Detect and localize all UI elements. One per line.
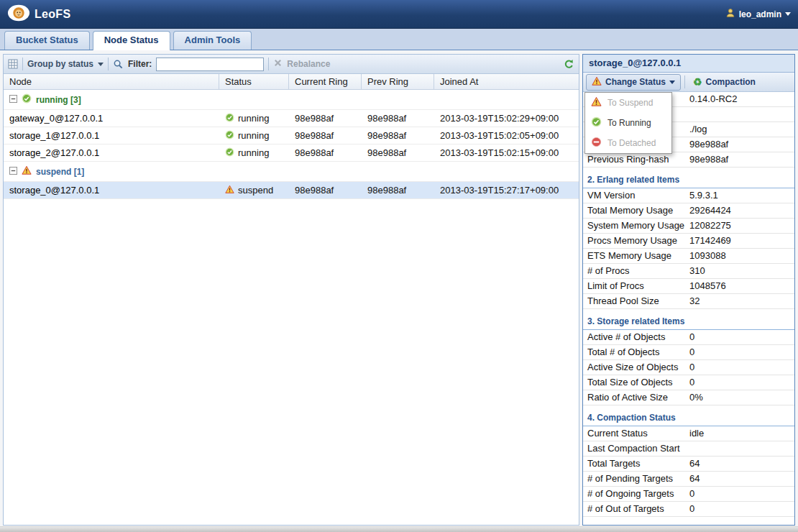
current-ring-cell: 98e988af bbox=[289, 127, 362, 144]
column-header-prev-ring[interactable]: Prev Ring bbox=[362, 74, 434, 89]
detail-value: 0 bbox=[688, 330, 794, 344]
column-header-current-ring[interactable]: Current Ring bbox=[289, 74, 362, 89]
status-cell: running bbox=[219, 110, 289, 127]
prev-ring-cell: 98e988af bbox=[362, 110, 434, 127]
detail-value: 12082275 bbox=[688, 219, 794, 233]
detail-label: Total Size of Objects bbox=[583, 375, 688, 390]
detail-label: # of Ongoing Targets bbox=[583, 487, 688, 501]
detail-section-compaction: 4. Compaction Status Current Status idle… bbox=[583, 405, 794, 517]
group-grid-icon[interactable] bbox=[8, 59, 18, 69]
user-menu[interactable]: leo_admin bbox=[725, 8, 791, 20]
detail-label: Thread Pool Size bbox=[583, 294, 688, 308]
node-detail-panel: storage_0@127.0.0.1 Change Status ♻ Comp… bbox=[582, 54, 795, 526]
chevron-down-icon bbox=[785, 12, 791, 16]
recycle-icon: ♻ bbox=[693, 77, 702, 87]
detail-row: # of Ongoing Targets 0 bbox=[583, 487, 794, 502]
prev-ring-cell: 98e988af bbox=[362, 182, 434, 198]
detail-row: System Memory Usage 12082275 bbox=[583, 219, 794, 234]
table-row[interactable]: gateway_0@127.0.0.1 running 98e988af 98e… bbox=[4, 110, 579, 127]
check-circle-icon bbox=[22, 93, 32, 106]
menu-item-to-running[interactable]: To Running bbox=[585, 113, 671, 133]
compaction-button[interactable]: ♻ Compaction bbox=[689, 75, 760, 88]
detail-label: Procs Memory Usage bbox=[583, 234, 688, 248]
detail-value bbox=[688, 441, 794, 456]
detail-value: 0 bbox=[688, 375, 794, 390]
toolbar-separator bbox=[268, 58, 269, 70]
detail-value: 0 bbox=[688, 502, 794, 516]
filter-input[interactable] bbox=[156, 58, 264, 71]
prev-ring-cell: 98e988af bbox=[362, 127, 434, 144]
chevron-down-icon bbox=[669, 81, 675, 84]
detail-row: Previous Ring-hash 98e988af bbox=[583, 152, 794, 168]
detail-row: Last Compaction Start bbox=[583, 441, 794, 457]
detail-row: Current Status idle bbox=[583, 426, 794, 441]
detail-panel-title: storage_0@127.0.0.1 bbox=[583, 55, 794, 73]
detail-label: # of Pending Targets bbox=[583, 472, 688, 486]
node-toolbar: Group by status Filter: Rebalance bbox=[4, 55, 579, 74]
status-cell: running bbox=[219, 127, 289, 144]
no-entry-icon bbox=[591, 137, 602, 150]
table-header: Node Status Current Ring Prev Ring Joine… bbox=[4, 74, 579, 90]
detail-label: Active Size of Objects bbox=[583, 360, 688, 375]
detail-row: Active # of Objects 0 bbox=[583, 330, 794, 345]
detail-value: 310 bbox=[688, 264, 794, 278]
table-row[interactable]: storage_2@127.0.0.1 running 98e988af 98e… bbox=[4, 145, 579, 162]
detail-row: # of Pending Targets 64 bbox=[583, 472, 794, 487]
detail-value: ./log bbox=[688, 122, 794, 137]
x-cross-icon bbox=[273, 58, 283, 70]
compaction-label: Compaction bbox=[706, 77, 756, 87]
joined-at-cell: 2013-03-19T15:02:05+09:00 bbox=[434, 127, 579, 144]
collapse-minus-icon[interactable] bbox=[9, 95, 17, 105]
detail-row: Thread Pool Size 32 bbox=[583, 294, 794, 309]
menu-item-to-suspend[interactable]: To Suspend bbox=[585, 93, 671, 113]
detail-row: Total # of Objects 0 bbox=[583, 345, 794, 360]
detail-row: Limit of Procs 1048576 bbox=[583, 279, 794, 294]
detail-value: 0 bbox=[688, 345, 794, 359]
detail-label: System Memory Usage bbox=[583, 219, 688, 233]
tab-node-status[interactable]: Node Status bbox=[93, 31, 170, 50]
table-row-selected[interactable]: storage_0@127.0.0.1 suspend 98e988af 98e… bbox=[4, 182, 579, 199]
detail-label: Total Memory Usage bbox=[583, 203, 688, 218]
detail-value: 98e988af bbox=[688, 137, 794, 152]
group-row-running[interactable]: running [3] bbox=[4, 90, 579, 110]
check-circle-icon bbox=[225, 147, 234, 159]
prev-ring-cell: 98e988af bbox=[362, 145, 434, 161]
warning-triangle-icon bbox=[592, 76, 602, 88]
detail-label: ETS Memory Usage bbox=[583, 249, 688, 263]
detail-value: 0% bbox=[688, 390, 794, 405]
main-content: Group by status Filter: Rebalance bbox=[3, 54, 795, 526]
column-header-node[interactable]: Node bbox=[4, 74, 219, 89]
node-name-cell: storage_2@127.0.0.1 bbox=[4, 145, 219, 161]
column-header-joined-at[interactable]: Joined At bbox=[434, 74, 579, 89]
check-circle-icon bbox=[591, 116, 602, 129]
refresh-icon[interactable] bbox=[564, 59, 574, 70]
current-ring-cell: 98e988af bbox=[289, 145, 362, 161]
tab-admin-tools[interactable]: Admin Tools bbox=[173, 31, 252, 50]
detail-section-erlang: 2. Erlang related Items VM Version 5.9.3… bbox=[583, 168, 794, 309]
change-status-button[interactable]: Change Status bbox=[586, 74, 681, 91]
toolbar-separator bbox=[22, 58, 23, 70]
top-bar: LeoFS leo_admin bbox=[0, 0, 798, 29]
tab-bucket-status[interactable]: Bucket Status bbox=[4, 31, 90, 50]
collapse-minus-icon[interactable] bbox=[9, 167, 17, 177]
table-row[interactable]: storage_1@127.0.0.1 running 98e988af 98e… bbox=[4, 127, 579, 145]
detail-value bbox=[688, 107, 794, 121]
column-header-status[interactable]: Status bbox=[219, 74, 289, 89]
leofs-logo-icon bbox=[7, 4, 30, 25]
detail-row: ETS Memory Usage 1093088 bbox=[583, 249, 794, 264]
rebalance-button[interactable]: Rebalance bbox=[273, 58, 330, 70]
user-icon bbox=[725, 8, 735, 20]
menu-item-to-detached[interactable]: To Detached bbox=[585, 133, 671, 153]
current-ring-cell: 98e988af bbox=[289, 182, 362, 198]
detail-row: Procs Memory Usage 17142469 bbox=[583, 234, 794, 249]
group-row-suspend[interactable]: suspend [1] bbox=[4, 162, 579, 182]
node-name-cell: storage_1@127.0.0.1 bbox=[4, 127, 219, 144]
section-title: 3. Storage related Items bbox=[583, 309, 794, 330]
detail-label: Active # of Objects bbox=[583, 330, 688, 344]
group-by-status-button[interactable]: Group by status bbox=[27, 59, 104, 69]
detail-label: Last Compaction Start bbox=[583, 441, 688, 456]
app-title: LeoFS bbox=[35, 8, 70, 21]
detail-row: Ratio of Active Size 0% bbox=[583, 390, 794, 405]
detail-label: # of Out of Targets bbox=[583, 502, 688, 516]
node-name-cell: storage_0@127.0.0.1 bbox=[4, 182, 219, 198]
